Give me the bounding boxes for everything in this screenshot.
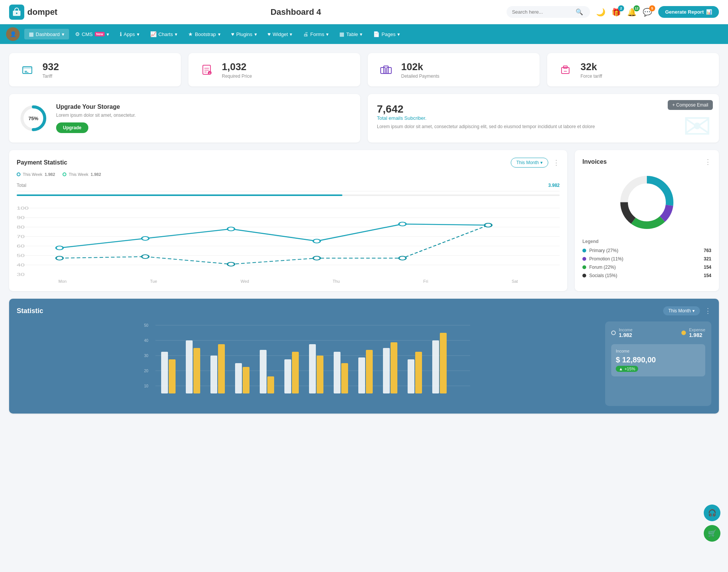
svg-rect-75 bbox=[317, 356, 323, 393]
table-nav-label: Table bbox=[346, 31, 358, 37]
plugins-chevron-icon: ▾ bbox=[254, 31, 257, 37]
detailed-payments-label: Detailed Payments bbox=[401, 74, 439, 79]
header-icons: 🌙 🎁 2 🔔 12 💬 5 Generate Report 📊 bbox=[596, 6, 719, 18]
chart-invoices-row: Payment Statistic This Month ▾ ⋮ This We… bbox=[9, 150, 719, 291]
apps-nav-icon: ℹ bbox=[120, 31, 122, 37]
cms-nav-label: CMS bbox=[82, 31, 93, 37]
invoices-card: Invoices ⋮ Legend bbox=[575, 150, 719, 291]
x-label-wed: Wed bbox=[241, 279, 249, 284]
svg-rect-73 bbox=[292, 352, 299, 393]
pages-nav-icon: 📄 bbox=[373, 31, 380, 37]
nav-item-forms[interactable]: 🖨 Forms ▾ bbox=[298, 29, 333, 39]
apps-nav-label: Apps bbox=[124, 31, 135, 37]
svg-rect-83 bbox=[415, 352, 422, 393]
storage-info: Upgrade Your Storage Lorem ipsum dolor s… bbox=[56, 103, 136, 133]
search-input[interactable] bbox=[512, 9, 573, 15]
expense-info: Expense 1.982 bbox=[689, 328, 705, 338]
x-label-sat: Sat bbox=[511, 279, 518, 284]
svg-rect-69 bbox=[243, 367, 249, 393]
required-price-value: 1,032 bbox=[222, 61, 252, 73]
generate-report-button[interactable]: Generate Report 📊 bbox=[658, 6, 719, 18]
required-price-icon: + bbox=[198, 61, 216, 79]
bell-icon-button[interactable]: 🔔 12 bbox=[627, 8, 637, 17]
required-price-info: 1,032 Required Price bbox=[222, 61, 252, 79]
dashboard-nav-label: Dashboard bbox=[36, 31, 60, 37]
legend-section: Legend Primary (27%) 763 Promotion (11%)… bbox=[582, 239, 711, 278]
legend-forum-value: 154 bbox=[704, 265, 711, 270]
payment-statistic-card: Payment Statistic This Month ▾ ⋮ This We… bbox=[9, 150, 567, 291]
nav-item-bootstrap[interactable]: ★ Bootstrap ▾ bbox=[184, 29, 225, 39]
legend-row-forum: Forum (22%) 154 bbox=[582, 265, 711, 270]
invoices-more-button[interactable]: ⋮ bbox=[704, 158, 711, 166]
plugins-nav-icon: ♥ bbox=[231, 31, 234, 37]
svg-rect-71 bbox=[267, 376, 274, 393]
nav-item-table[interactable]: ▦ Table ▾ bbox=[335, 29, 367, 39]
nav-avatar: 👤 bbox=[6, 27, 20, 41]
bar-chart-svg: 50 40 30 20 10 bbox=[17, 321, 598, 405]
dark-mode-icon[interactable]: 🌙 bbox=[596, 8, 606, 17]
detailed-payments-info: 102k Detailed Payments bbox=[401, 61, 439, 79]
chevron-down-icon: ▾ bbox=[540, 160, 543, 165]
legend-promotion-dot bbox=[582, 257, 586, 261]
svg-point-44 bbox=[313, 256, 320, 260]
nav-item-pages[interactable]: 📄 Pages ▾ bbox=[369, 29, 405, 39]
svg-rect-14 bbox=[387, 67, 391, 74]
logo-icon bbox=[9, 5, 24, 20]
detailed-payments-icon bbox=[377, 61, 395, 79]
legend-socials-left: Socials (15%) bbox=[582, 273, 617, 278]
nav-item-charts[interactable]: 📈 Charts ▾ bbox=[146, 29, 182, 39]
svg-rect-3 bbox=[23, 67, 32, 69]
storage-description: Lorem ipsum dolor sit amet, onsectetur. bbox=[56, 113, 136, 118]
stat-month-button[interactable]: This Month ▾ bbox=[663, 306, 700, 315]
tariff-value: 932 bbox=[42, 61, 59, 73]
x-label-mon: Mon bbox=[58, 279, 66, 284]
force-tariff-value: 32k bbox=[581, 61, 602, 73]
nav-item-dashboard[interactable]: ▦ Dashboard ▾ bbox=[24, 29, 69, 39]
svg-text:90: 90 bbox=[17, 216, 25, 220]
statistic-more-button[interactable]: ⋮ bbox=[704, 307, 711, 315]
income-expense-row: Income 1.982 Expense 1.982 bbox=[611, 328, 705, 338]
pages-chevron-icon: ▾ bbox=[397, 31, 400, 37]
gift-icon-button[interactable]: 🎁 2 bbox=[612, 8, 621, 17]
x-axis-labels: Mon Tue Wed Thu Fri Sat bbox=[17, 279, 560, 284]
statistic-header: Statistic This Month ▾ ⋮ bbox=[17, 306, 711, 315]
nav-item-plugins[interactable]: ♥ Plugins ▾ bbox=[227, 29, 262, 39]
bootstrap-chevron-icon: ▾ bbox=[218, 31, 221, 37]
statistic-title: Statistic bbox=[17, 307, 43, 315]
tariff-icon bbox=[18, 61, 36, 79]
svg-rect-74 bbox=[309, 344, 316, 393]
income-badge-value: +15% bbox=[624, 367, 635, 371]
email-count: 7,642 bbox=[377, 103, 710, 115]
legend-primary-label: Primary (27%) bbox=[589, 248, 618, 253]
chat-icon-button[interactable]: 💬 5 bbox=[643, 8, 652, 17]
chart-total-row: Total 3.982 bbox=[17, 180, 560, 191]
widget-chevron-icon: ▾ bbox=[290, 31, 292, 37]
nav-item-apps[interactable]: ℹ Apps ▾ bbox=[115, 29, 144, 39]
legend-item-1: This Week 1.982 bbox=[17, 172, 55, 177]
svg-point-42 bbox=[142, 255, 149, 259]
stats-row: 932 Tariff + 1,032 Required Price bbox=[9, 53, 719, 86]
income-expense-panel: Income 1.982 Expense 1.982 Income $ bbox=[605, 321, 711, 406]
storage-donut: 75% bbox=[18, 103, 49, 133]
svg-text:60: 60 bbox=[17, 244, 25, 248]
this-month-button[interactable]: This Month ▾ bbox=[511, 158, 548, 168]
search-icon[interactable]: 🔍 bbox=[576, 8, 583, 16]
legend-section-title: Legend bbox=[582, 239, 711, 244]
forms-chevron-icon: ▾ bbox=[326, 31, 329, 37]
svg-text:+: + bbox=[209, 72, 210, 75]
stat-month-chevron-icon: ▾ bbox=[692, 308, 695, 313]
this-month-label: This Month bbox=[516, 160, 539, 165]
storage-percent-label: 75% bbox=[28, 116, 38, 121]
svg-point-39 bbox=[399, 222, 406, 226]
svg-rect-79 bbox=[366, 350, 373, 393]
pages-nav-label: Pages bbox=[381, 31, 395, 37]
nav-item-widget[interactable]: ♥ Widget ▾ bbox=[263, 29, 297, 39]
stat-card-force-tariff: 32k Force tariff bbox=[547, 53, 719, 86]
svg-text:50: 50 bbox=[17, 254, 25, 258]
legend-dot-1 bbox=[17, 172, 20, 176]
chart-more-button[interactable]: ⋮ bbox=[553, 158, 560, 167]
stat-card-required-price: + 1,032 Required Price bbox=[188, 53, 360, 86]
upgrade-button[interactable]: Upgrade bbox=[56, 122, 88, 133]
nav-item-cms[interactable]: ⚙ CMS New ▾ bbox=[71, 29, 114, 39]
income-up-badge: ▲ +15% bbox=[616, 366, 638, 372]
